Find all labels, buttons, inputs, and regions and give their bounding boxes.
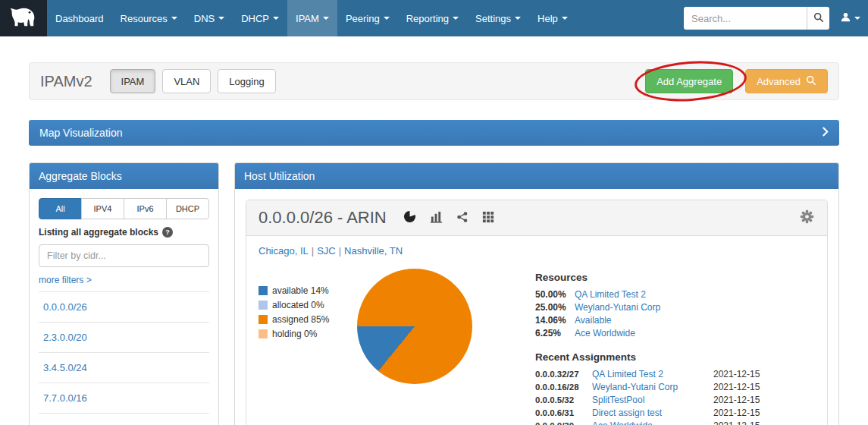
tab-vlan[interactable]: VLAN: [162, 69, 211, 93]
resource-link[interactable]: Weyland-Yutani Corp: [575, 301, 660, 314]
mammoth-logo-icon: [8, 4, 39, 33]
assignment-link[interactable]: Weyland-Yutani Corp: [592, 381, 713, 394]
aggregate-blocks-body: All IPV4 IPv6 DHCP Listing all aggregate…: [30, 189, 218, 425]
help-icon[interactable]: ?: [162, 227, 173, 238]
separator: |: [336, 245, 344, 257]
assignment-row: 0.0.0.32/27QA Limited Test 22021-12-15: [535, 368, 815, 381]
map-visualization-panel-header[interactable]: Map Visualization: [29, 120, 839, 146]
caret-down-icon: [218, 17, 224, 20]
resource-row: 6.25%Ace Worldwide: [535, 327, 815, 340]
assignment-link[interactable]: QA Limited Test 2: [592, 368, 713, 381]
nav-menu: Dashboard Resources DNS DHCP IPAM Peerin…: [47, 0, 576, 36]
page-title: IPAMv2: [40, 73, 92, 90]
assignment-cidr: 0.0.0.5/32: [535, 394, 592, 407]
resources-heading: Resources: [535, 272, 815, 283]
assignment-cidr: 0.0.0.0/30: [535, 420, 592, 425]
bar-chart-view-button[interactable]: [430, 210, 443, 225]
block-detail-header: 0.0.0.0/26 - ARIN: [246, 200, 827, 236]
assignment-link[interactable]: Direct assign test: [592, 407, 713, 420]
nav-item-help[interactable]: Help: [529, 0, 576, 36]
tab-logging[interactable]: Logging: [218, 69, 275, 93]
nav-item-dhcp[interactable]: DHCP: [233, 0, 287, 36]
separator: |: [309, 245, 317, 257]
nav-item-reporting[interactable]: Reporting: [398, 0, 467, 36]
nav-label: Reporting: [406, 13, 449, 24]
list-item[interactable]: 0.0.0.0/26: [39, 291, 209, 322]
assignment-date: 2021-12-15: [713, 368, 815, 381]
add-aggregate-button[interactable]: Add Aggregate: [645, 69, 733, 93]
nav-item-dns[interactable]: DNS: [186, 0, 233, 36]
main-content: Aggregate Blocks All IPV4 IPv6 DHCP List…: [29, 162, 839, 425]
resource-link[interactable]: Ace Worldwide: [575, 327, 635, 340]
search-group: [684, 7, 829, 30]
advanced-button[interactable]: Advanced: [745, 69, 828, 93]
resource-link[interactable]: Available: [575, 314, 611, 327]
location-link[interactable]: Nashville, TN: [344, 245, 403, 257]
legend-item: available 14%: [259, 285, 357, 296]
nav-item-ipam[interactable]: IPAM: [287, 0, 337, 36]
listing-label-text: Listing all aggregate blocks: [39, 227, 158, 238]
assignment-cidr: 0.0.0.32/27: [535, 368, 592, 381]
resource-row: 50.00%QA Limited Test 2: [535, 288, 815, 301]
ipam-toolbar: IPAMv2 IPAM VLAN Logging Add Aggregate A…: [29, 62, 839, 100]
filter-tab-ipv6[interactable]: IPv6: [124, 198, 167, 219]
navbar-right: [684, 0, 868, 36]
cidr-filter-input[interactable]: [39, 244, 209, 267]
list-item[interactable]: 2.3.0.0/20: [39, 322, 209, 352]
resource-pct: 50.00%: [535, 288, 575, 301]
list-item[interactable]: [39, 413, 209, 425]
utilization-pie-chart: [357, 269, 472, 384]
nav-item-resources[interactable]: Resources: [112, 0, 186, 36]
nav-label: DHCP: [241, 13, 269, 24]
grid-view-button[interactable]: [482, 211, 494, 225]
share-view-button[interactable]: [456, 211, 468, 225]
nav-item-dashboard[interactable]: Dashboard: [47, 0, 112, 36]
legend-swatch: [259, 329, 268, 338]
resource-link[interactable]: QA Limited Test 2: [575, 288, 646, 301]
resource-pct: 25.00%: [535, 301, 575, 314]
assignment-link[interactable]: Ace Worldwide: [592, 420, 713, 425]
filter-tab-dhcp[interactable]: DHCP: [166, 198, 209, 219]
pie-chart-icon: [403, 210, 416, 225]
nav-item-peering[interactable]: Peering: [337, 0, 398, 36]
block-detail-card: 0.0.0.0/26 - ARIN: [246, 200, 828, 425]
search-icon: [813, 12, 824, 25]
legend-label: allocated 0%: [272, 300, 324, 310]
assignment-date: 2021-12-15: [713, 381, 815, 394]
settings-gear-button[interactable]: [799, 209, 815, 227]
utilization-info-column: Resources 50.00%QA Limited Test 2 25.00%…: [494, 269, 815, 425]
pie-chart-view-button[interactable]: [403, 210, 416, 225]
caret-down-icon: [515, 17, 521, 20]
user-menu-button[interactable]: [840, 11, 860, 25]
assignment-row: 0.0.0.5/32SplitTestPool2021-12-15: [535, 394, 815, 407]
assignment-date: 2021-12-15: [713, 394, 815, 407]
host-utilization-header: Host Utilization: [235, 163, 838, 189]
user-icon: [840, 11, 851, 25]
toolbar-actions: Add Aggregate Advanced: [645, 69, 828, 93]
location-link[interactable]: SJC: [317, 245, 336, 257]
app-logo[interactable]: [0, 0, 47, 36]
search-button[interactable]: [807, 7, 829, 30]
block-title: 0.0.0.0/26 - ARIN: [259, 208, 387, 228]
location-link[interactable]: Chicago, IL: [259, 245, 309, 257]
assignment-date: 2021-12-15: [713, 420, 815, 425]
filter-tab-ipv4[interactable]: IPV4: [81, 198, 124, 219]
legend-swatch: [259, 315, 268, 324]
legend-item: allocated 0%: [259, 300, 357, 310]
caret-down-icon: [384, 17, 390, 20]
filter-tab-all[interactable]: All: [39, 198, 82, 219]
nav-item-settings[interactable]: Settings: [467, 0, 529, 36]
listing-label: Listing all aggregate blocks ?: [39, 227, 209, 238]
list-item[interactable]: 7.7.0.0/16: [39, 382, 209, 413]
caret-down-icon: [273, 17, 279, 20]
assignment-row: 0.0.0.6/31Direct assign test2021-12-15: [535, 407, 815, 420]
gear-icon: [799, 209, 815, 227]
more-filters-link[interactable]: more filters >: [39, 275, 209, 285]
aggregate-blocks-header: Aggregate Blocks: [30, 163, 218, 189]
search-input[interactable]: [684, 7, 807, 30]
tab-ipam[interactable]: IPAM: [110, 69, 156, 93]
assignment-cidr: 0.0.0.6/31: [535, 407, 592, 420]
caret-down-icon: [453, 17, 459, 20]
assignment-link[interactable]: SplitTestPool: [592, 394, 713, 407]
list-item[interactable]: 3.4.5.0/24: [39, 352, 209, 382]
